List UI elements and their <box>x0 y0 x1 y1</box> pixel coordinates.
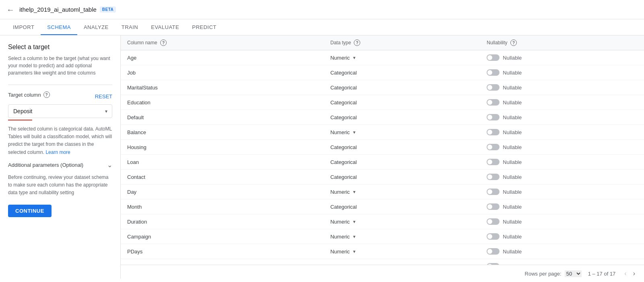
table-row: Balance Numeric ▼ Nullable <box>121 125 644 140</box>
data-type-cell: Numeric ▼ <box>330 55 474 61</box>
nullable-toggle[interactable] <box>487 233 500 240</box>
nullable-label: Nullable <box>503 249 522 255</box>
nullable-toggle[interactable] <box>487 218 500 225</box>
data-type-dropdown-arrow[interactable]: ▼ <box>352 234 356 239</box>
col-name-text: Age <box>127 55 136 61</box>
col-name-text: Month <box>127 204 142 210</box>
pagination-bar: Rows per page: 50 100 1 – 17 of 17 ‹ › <box>121 265 644 279</box>
nullable-cell: Nullable <box>487 159 638 165</box>
nullable-label: Nullable <box>503 219 522 225</box>
target-column-help-icon[interactable]: ? <box>43 91 50 98</box>
nullable-toggle[interactable] <box>487 54 500 61</box>
nullable-cell: Nullable <box>487 129 638 135</box>
data-type-help-icon[interactable]: ? <box>354 39 360 46</box>
data-type-dropdown-arrow[interactable]: ▼ <box>352 130 356 135</box>
data-type-dropdown-arrow[interactable]: ▼ <box>352 56 356 60</box>
nullable-label: Nullable <box>503 159 522 165</box>
table-row: MaritalStatusCategorical Nullable <box>121 80 644 95</box>
target-column-dropdown[interactable]: Deposit <box>8 104 112 118</box>
nullable-cell: Nullable <box>487 233 638 240</box>
toggle-slider <box>487 248 500 255</box>
nullable-toggle[interactable] <box>487 84 500 91</box>
tab-train[interactable]: TRAIN <box>115 19 145 35</box>
data-type-text: Categorical <box>330 85 357 91</box>
tab-analyze[interactable]: ANALYZE <box>77 19 115 35</box>
nullable-toggle[interactable] <box>487 189 500 195</box>
target-column-label: Target column ? <box>8 91 50 98</box>
nullable-label: Nullable <box>503 100 522 106</box>
nullability-help-icon[interactable]: ? <box>510 39 517 46</box>
table-row: EducationCategorical Nullable <box>121 95 644 110</box>
data-type-dropdown-arrow[interactable]: ▼ <box>352 220 356 224</box>
data-type-text: Numeric <box>330 219 350 225</box>
nullable-cell: Nullable <box>487 144 638 150</box>
nullable-cell: Nullable <box>487 218 638 225</box>
data-type-dropdown-arrow[interactable]: ▼ <box>352 249 356 254</box>
col-name-text: MaritalStatus <box>127 85 158 91</box>
nullable-toggle[interactable] <box>487 69 500 76</box>
nullable-toggle[interactable] <box>487 144 500 150</box>
main-layout: Select a target Select a column to be th… <box>0 35 644 279</box>
data-type-text: Categorical <box>330 114 357 120</box>
nullable-cell: Nullable <box>487 189 638 195</box>
pagination-nav: ‹ › <box>622 268 638 279</box>
col-name-text: Default <box>127 114 144 120</box>
col-name-text: Contact <box>127 174 145 180</box>
column-name-header: Column name ? <box>121 35 324 50</box>
nullable-label: Nullable <box>503 144 522 150</box>
schema-table: Column name ? Data type ? Nullability ? … <box>121 35 644 279</box>
data-type-text: Categorical <box>330 100 357 106</box>
data-type-text: Categorical <box>330 204 357 210</box>
toggle-slider <box>487 174 500 180</box>
toggle-slider <box>487 99 500 106</box>
nullability-header: Nullability ? <box>480 35 644 50</box>
table-row: HousingCategorical Nullable <box>121 140 644 155</box>
rows-per-page-select[interactable]: 50 100 <box>565 270 582 277</box>
table-header-row: Column name ? Data type ? Nullability ? <box>121 35 644 50</box>
data-type-text: Numeric <box>330 55 350 61</box>
info-text: The selected column is categorical data.… <box>8 125 112 156</box>
toggle-slider <box>487 159 500 165</box>
data-type-dropdown-arrow[interactable]: ▼ <box>352 190 356 194</box>
column-name-help-icon[interactable]: ? <box>160 39 167 46</box>
toggle-slider <box>487 189 500 195</box>
rows-per-page-label: Rows per page: <box>525 271 561 277</box>
tab-evaluate[interactable]: EVALUATE <box>144 19 186 35</box>
nullable-toggle[interactable] <box>487 159 500 165</box>
reset-link[interactable]: RESET <box>95 93 112 100</box>
col-name-text: Education <box>127 100 151 106</box>
right-panel: Column name ? Data type ? Nullability ? … <box>121 35 644 279</box>
continue-button[interactable]: CONTINUE <box>8 205 52 217</box>
data-type-text: Categorical <box>330 159 357 165</box>
nullable-cell: Nullable <box>487 69 638 76</box>
before-continuing-text: Before continuing, review your dataset s… <box>8 174 112 197</box>
tab-schema[interactable]: SCHEMA <box>41 19 77 35</box>
data-type-text: Numeric <box>330 234 350 240</box>
col-name-text: Loan <box>127 159 139 165</box>
tab-predict[interactable]: PREDICT <box>186 19 223 35</box>
nullable-toggle[interactable] <box>487 129 500 135</box>
nullable-label: Nullable <box>503 114 522 120</box>
nullable-toggle[interactable] <box>487 174 500 180</box>
beta-badge: BETA <box>100 6 116 12</box>
data-type-cell: Numeric ▼ <box>330 189 474 195</box>
nullable-label: Nullable <box>503 85 522 91</box>
nullable-toggle[interactable] <box>487 99 500 106</box>
learn-more-link[interactable]: Learn more <box>45 149 70 155</box>
prev-page-button[interactable]: ‹ <box>622 268 629 279</box>
next-page-button[interactable]: › <box>631 268 638 279</box>
nullable-cell: Nullable <box>487 174 638 180</box>
nullable-toggle[interactable] <box>487 203 500 210</box>
nullable-toggle[interactable] <box>487 248 500 255</box>
data-type-header: Data type ? <box>324 35 481 50</box>
col-name-text: Duration <box>127 219 147 225</box>
table-row: PDays Numeric ▼ Nullable <box>121 244 644 259</box>
tab-import[interactable]: IMPORT <box>6 19 41 35</box>
back-button[interactable]: ← <box>6 6 14 14</box>
select-target-title: Select a target <box>8 44 112 51</box>
nullable-toggle[interactable] <box>487 114 500 120</box>
toggle-slider <box>487 129 500 135</box>
additional-params-toggle[interactable]: Additional parameters (Optional) ⌄ <box>8 161 112 169</box>
nullable-cell: Nullable <box>487 203 638 210</box>
nullable-label: Nullable <box>503 129 522 135</box>
